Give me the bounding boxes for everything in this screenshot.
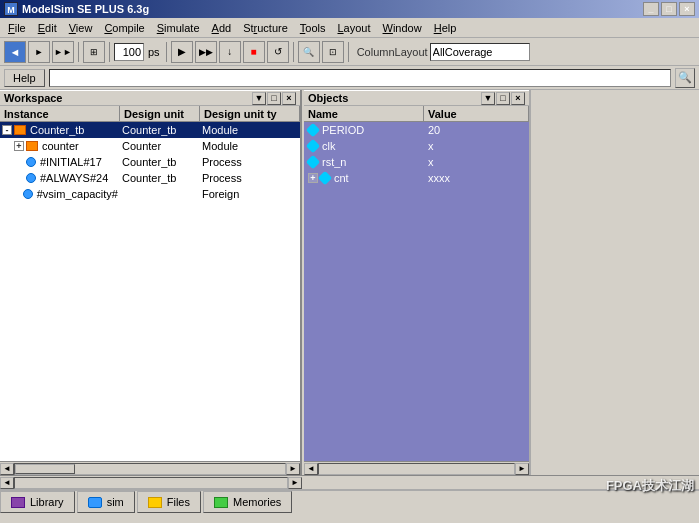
tree-row-instance: #ALWAYS#24 xyxy=(40,172,108,184)
help-input[interactable] xyxy=(49,69,671,87)
maximize-button[interactable]: □ xyxy=(661,2,677,16)
obj-scroll-track[interactable] xyxy=(318,463,515,475)
expand-cnt-icon[interactable]: + xyxy=(308,173,318,183)
tree-row[interactable]: - Counter_tb Counter_tb Module xyxy=(0,122,300,138)
tab-library[interactable]: Library xyxy=(0,491,75,513)
menu-compile[interactable]: Compile xyxy=(98,20,150,36)
scroll-left[interactable]: ◄ xyxy=(0,463,14,475)
right-panel xyxy=(529,90,699,475)
wave-zoom-btn[interactable]: 🔍 xyxy=(298,41,320,63)
resize-right-btn[interactable]: ► xyxy=(288,477,302,489)
tree-row-instance: #vsim_capacity# xyxy=(37,188,118,200)
workspace-undock-btn[interactable]: □ xyxy=(267,92,281,105)
obj-name: PERIOD xyxy=(322,124,364,136)
app-title: ModelSim SE PLUS 6.3g xyxy=(22,3,149,15)
workspace-menu-btn[interactable]: ▼ xyxy=(252,92,266,105)
menu-edit[interactable]: Edit xyxy=(32,20,63,36)
help-button[interactable]: Help xyxy=(4,69,45,87)
tab-files[interactable]: Files xyxy=(137,491,201,513)
tree-row[interactable]: #INITIAL#17 Counter_tb Process xyxy=(0,154,300,170)
workspace-tree: Instance Design unit Design unit ty - Co… xyxy=(0,106,300,461)
workspace-title-bar: Workspace ▼ □ × xyxy=(0,90,300,106)
back-button[interactable]: ◄ xyxy=(4,41,26,63)
restart-btn[interactable]: ↺ xyxy=(267,41,289,63)
workspace-resize: ◄ ► xyxy=(0,477,302,489)
obj-scroll-left[interactable]: ◄ xyxy=(304,463,318,475)
tree-row-design: Counter xyxy=(120,138,200,154)
tree-row[interactable]: + counter Counter Module xyxy=(0,138,300,154)
run-btn[interactable]: ▶ xyxy=(171,41,193,63)
menu-bar: File Edit View Compile Simulate Add Stru… xyxy=(0,18,699,38)
obj-row[interactable]: + cnt xxxx xyxy=(304,170,529,186)
workspace-close-btn[interactable]: × xyxy=(282,92,296,105)
tree-row-design xyxy=(120,186,200,202)
obj-name: cnt xyxy=(334,172,349,184)
tab-library-label: Library xyxy=(30,496,64,508)
tree-row-design: Counter_tb xyxy=(120,122,200,138)
time-unit: ps xyxy=(146,46,162,58)
stop-btn[interactable]: ■ xyxy=(243,41,265,63)
menu-window[interactable]: Window xyxy=(377,20,428,36)
col-design-unit-type: Design unit ty xyxy=(200,106,300,121)
scroll-right[interactable]: ► xyxy=(286,463,300,475)
tree-row[interactable]: #vsim_capacity# Foreign xyxy=(0,186,300,202)
wave-button[interactable]: ⊞ xyxy=(83,41,105,63)
menu-layout[interactable]: Layout xyxy=(331,20,376,36)
sep4 xyxy=(293,42,294,62)
help-bar: Help 🔍 xyxy=(0,66,699,90)
resize-track[interactable] xyxy=(14,477,288,489)
menu-tools[interactable]: Tools xyxy=(294,20,332,36)
workspace-scrollbar[interactable]: ◄ ► xyxy=(0,461,300,475)
objects-close-btn[interactable]: × xyxy=(511,92,525,105)
title-bar: M ModelSim SE PLUS 6.3g _ □ × xyxy=(0,0,699,18)
objects-title: Objects xyxy=(308,92,481,104)
main-area: Workspace ▼ □ × Instance Design unit Des… xyxy=(0,90,699,475)
step-btn[interactable]: ↓ xyxy=(219,41,241,63)
obj-row[interactable]: PERIOD 20 xyxy=(304,122,529,138)
column-layout-input[interactable] xyxy=(430,43,530,61)
obj-value: x xyxy=(424,154,529,170)
objects-menu-btn[interactable]: ▼ xyxy=(481,92,495,105)
run-all-btn[interactable]: ▶▶ xyxy=(195,41,217,63)
minimize-button[interactable]: _ xyxy=(643,2,659,16)
tree-row-type: Process xyxy=(200,154,300,170)
menu-add[interactable]: Add xyxy=(206,20,238,36)
fwd2-button[interactable]: ►► xyxy=(52,41,74,63)
help-search-icon[interactable]: 🔍 xyxy=(675,68,695,88)
objects-undock-btn[interactable]: □ xyxy=(496,92,510,105)
wave-fit-btn[interactable]: ⊡ xyxy=(322,41,344,63)
obj-row[interactable]: clk x xyxy=(304,138,529,154)
obj-scroll-right[interactable]: ► xyxy=(515,463,529,475)
tab-sim[interactable]: sim xyxy=(77,491,135,513)
obj-row[interactable]: rst_n x xyxy=(304,154,529,170)
resize-left-btn[interactable]: ◄ xyxy=(0,477,14,489)
obj-value: 20 xyxy=(424,122,529,138)
tree-row-design: Counter_tb xyxy=(120,170,200,186)
menu-view[interactable]: View xyxy=(63,20,99,36)
menu-help[interactable]: Help xyxy=(428,20,463,36)
time-input[interactable] xyxy=(114,43,144,61)
objects-scrollbar[interactable]: ◄ ► xyxy=(304,461,529,475)
close-button[interactable]: × xyxy=(679,2,695,16)
sep2 xyxy=(109,42,110,62)
tab-memories[interactable]: Memories xyxy=(203,491,292,513)
col-value: Value xyxy=(424,106,529,121)
fwd-button[interactable]: ► xyxy=(28,41,50,63)
foreign-icon xyxy=(23,189,33,199)
workspace-title: Workspace xyxy=(4,92,252,104)
objects-header: Name Value xyxy=(304,106,529,122)
tree-row-design: Counter_tb xyxy=(120,154,200,170)
menu-simulate[interactable]: Simulate xyxy=(151,20,206,36)
col-design-unit: Design unit xyxy=(120,106,200,121)
sim-icon xyxy=(88,497,102,508)
scroll-track[interactable] xyxy=(14,463,286,475)
menu-file[interactable]: File xyxy=(2,20,32,36)
expand-icon[interactable]: - xyxy=(2,125,12,135)
expand-icon[interactable]: + xyxy=(14,141,24,151)
menu-structure[interactable]: Structure xyxy=(237,20,294,36)
tab-sim-label: sim xyxy=(107,496,124,508)
scroll-thumb[interactable] xyxy=(15,464,75,474)
tree-row[interactable]: #ALWAYS#24 Counter_tb Process xyxy=(0,170,300,186)
memories-icon xyxy=(214,497,228,508)
sep3 xyxy=(166,42,167,62)
